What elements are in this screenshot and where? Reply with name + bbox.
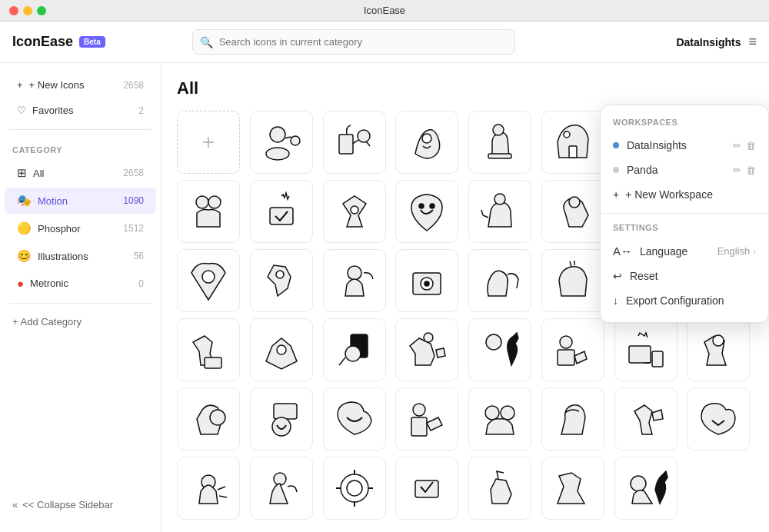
svg-rect-43	[274, 404, 297, 419]
edit-panda-icon[interactable]: ✏	[733, 165, 741, 176]
icon-cell[interactable]	[250, 180, 313, 243]
illustrations-count: 56	[134, 251, 144, 261]
edit-workspace-icon[interactable]: ✏	[733, 140, 741, 151]
add-icon-cell[interactable]: +	[177, 111, 240, 174]
maximize-button[interactable]	[37, 6, 46, 15]
icon-cell[interactable]	[614, 387, 677, 451]
delete-workspace-icon[interactable]: 🗑	[746, 140, 756, 151]
icon-cell[interactable]	[395, 249, 458, 312]
icon-cell[interactable]	[395, 111, 458, 174]
settings-section-title: Settings	[601, 220, 768, 238]
icon-cell[interactable]	[468, 111, 531, 174]
svg-point-18	[494, 194, 505, 204]
svg-rect-39	[629, 346, 651, 363]
icon-cell[interactable]	[541, 457, 604, 520]
icon-cell[interactable]	[250, 457, 313, 520]
all-label: All	[33, 168, 44, 179]
export-config-label: Export Configuration	[626, 294, 724, 307]
svg-point-41	[713, 335, 724, 346]
icon-cell[interactable]	[395, 318, 458, 381]
svg-point-54	[631, 476, 646, 491]
add-category-button[interactable]: + Add Category	[0, 310, 161, 334]
icon-cell[interactable]	[541, 180, 604, 243]
search-bar: 🔍	[192, 29, 515, 55]
icon-cell[interactable]	[687, 387, 750, 451]
sidebar-item-all[interactable]: ⊞ All 2658	[5, 160, 156, 186]
search-input[interactable]	[192, 29, 515, 55]
svg-point-15	[351, 206, 358, 214]
icon-cell[interactable]	[323, 249, 386, 312]
sidebar-item-phosphor[interactable]: 🟡 Phosphor 1512	[5, 215, 156, 241]
icon-cell[interactable]	[250, 111, 313, 174]
workspace-actions: ✏ 🗑	[733, 140, 756, 151]
icon-cell[interactable]	[323, 180, 386, 243]
icon-cell[interactable]	[323, 111, 386, 174]
icon-cell[interactable]	[250, 318, 313, 381]
delete-panda-icon[interactable]: 🗑	[746, 165, 756, 176]
sidebar-item-metronic[interactable]: ● Metronic 0	[5, 271, 156, 296]
icon-cell[interactable]	[250, 387, 313, 451]
icon-cell[interactable]	[395, 387, 458, 451]
svg-point-52	[347, 480, 362, 496]
menu-icon[interactable]: ≡	[748, 34, 757, 50]
phosphor-count: 1512	[123, 223, 144, 234]
minimize-button[interactable]	[23, 6, 32, 15]
favorites-label: Favorites	[32, 105, 73, 116]
icon-cell[interactable]	[323, 387, 386, 451]
workspace-item-datainsights[interactable]: DataInsights ✏ 🗑	[601, 133, 768, 158]
workspace-item-panda[interactable]: Panda ✏ 🗑	[601, 158, 768, 182]
reset-item[interactable]: ↩ Reset	[601, 264, 768, 288]
icon-cell[interactable]	[541, 249, 604, 312]
workspace-panda-name: Panda	[627, 164, 725, 176]
svg-point-42	[210, 410, 225, 425]
svg-rect-14	[270, 208, 293, 224]
icon-cell[interactable]	[323, 457, 386, 520]
export-icon: ↓	[613, 294, 618, 307]
icon-cell[interactable]	[177, 457, 240, 520]
icon-cell[interactable]	[468, 249, 531, 312]
svg-rect-40	[652, 351, 663, 367]
sidebar-item-motion[interactable]: 🎭 Motion 1090	[5, 188, 156, 214]
icon-cell[interactable]	[395, 457, 458, 520]
svg-point-35	[424, 333, 433, 342]
language-label: Language	[640, 245, 687, 258]
icon-cell[interactable]	[541, 111, 604, 174]
icon-cell[interactable]	[177, 180, 240, 243]
icon-cell[interactable]	[614, 318, 677, 381]
icon-cell[interactable]	[687, 318, 750, 381]
svg-point-13	[208, 196, 221, 208]
sidebar-item-illustrations[interactable]: 😊 Illustrations 56	[5, 243, 156, 269]
illustrations-label: Illustrations	[38, 251, 88, 262]
icon-cell[interactable]	[177, 387, 240, 451]
content-title: All	[177, 78, 754, 98]
collapse-sidebar-button[interactable]: « << Collapse Sidebar	[12, 499, 148, 510]
illustrations-icon: 😊	[17, 249, 32, 263]
icon-cell[interactable]	[468, 318, 531, 381]
icon-cell[interactable]	[468, 457, 531, 520]
icon-cell[interactable]	[250, 249, 313, 312]
icon-cell[interactable]	[177, 318, 240, 381]
close-button[interactable]	[9, 6, 18, 15]
icon-cell[interactable]	[614, 457, 677, 520]
collapse-area: « << Collapse Sidebar	[0, 487, 161, 523]
icon-cell[interactable]	[541, 387, 604, 451]
plus-icon: +	[17, 79, 23, 91]
sidebar-item-new-icons[interactable]: + + New Icons 2658	[5, 73, 156, 97]
svg-point-23	[276, 271, 284, 278]
language-item[interactable]: A↔ Language English ›	[601, 238, 768, 264]
icon-cell[interactable]	[468, 180, 531, 243]
icon-cell[interactable]	[395, 180, 458, 243]
icon-cell[interactable]	[323, 318, 386, 381]
svg-rect-45	[411, 417, 427, 436]
workspace-panda-actions: ✏ 🗑	[733, 165, 756, 176]
icon-cell[interactable]	[177, 249, 240, 312]
metronic-count: 0	[138, 278, 144, 289]
export-config-item[interactable]: ↓ Export Configuration	[601, 288, 768, 313]
category-section-label: Category	[0, 136, 161, 159]
icon-cell[interactable]	[468, 387, 531, 451]
new-workspace-button[interactable]: + + New Workspace	[601, 182, 768, 207]
motion-icon: 🎭	[17, 194, 32, 208]
icon-cell[interactable]	[541, 318, 604, 381]
svg-point-19	[569, 197, 580, 208]
sidebar-item-favorites[interactable]: ♡ Favorites 2	[5, 98, 156, 122]
